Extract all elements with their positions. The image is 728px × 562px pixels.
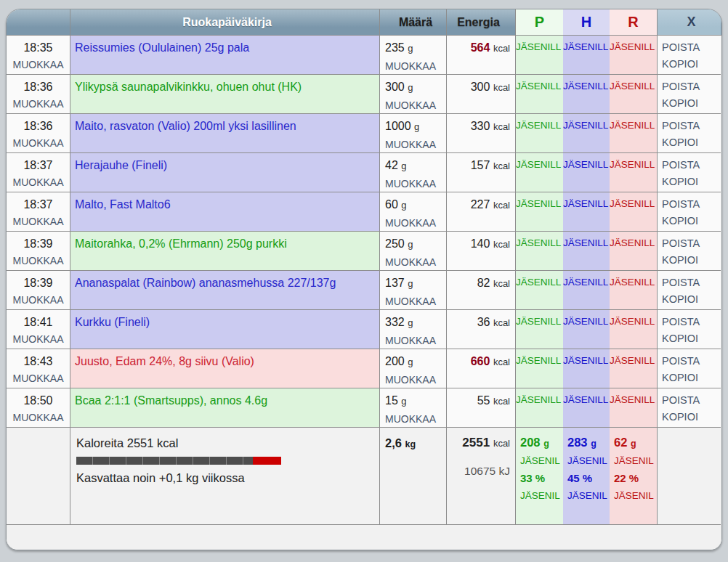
edit-amount-link[interactable]: MUOKKAA xyxy=(385,333,436,349)
carbs-members-link[interactable]: JÄSENIL xyxy=(567,453,610,469)
fat-members-link[interactable]: JÄSENILL xyxy=(610,314,657,330)
edit-time-link[interactable]: MUOKKAA xyxy=(12,96,63,112)
fat-members-link[interactable]: JÄSENIL xyxy=(614,453,657,469)
carbs-members-link[interactable]: JÄSENILL xyxy=(563,274,610,290)
carbs-members-link[interactable]: JÄSENILL xyxy=(563,39,610,55)
copy-link[interactable]: KOPIOI xyxy=(662,134,721,151)
copy-link[interactable]: KOPIOI xyxy=(662,409,721,425)
protein-members-link-2[interactable]: JÄSENIL xyxy=(520,488,563,504)
carbs-members-link[interactable]: JÄSENILL xyxy=(563,392,610,408)
edit-time-link[interactable]: MUOKKAA xyxy=(12,174,63,190)
carbs-cell: JÄSENILL xyxy=(563,310,610,349)
header-carbs-link[interactable]: H xyxy=(563,9,610,35)
carbs-members-link[interactable]: JÄSENILL xyxy=(563,78,610,94)
carbs-members-link-2[interactable]: JÄSENIL xyxy=(567,488,610,504)
copy-link[interactable]: KOPIOI xyxy=(662,252,721,269)
fat-members-link[interactable]: JÄSENILL xyxy=(610,157,657,173)
fat-members-link[interactable]: JÄSENILL xyxy=(610,118,657,134)
protein-members-link[interactable]: JÄSENILL xyxy=(516,196,563,212)
copy-link[interactable]: KOPIOI xyxy=(662,330,721,347)
fat-members-link[interactable]: JÄSENILL xyxy=(610,353,657,369)
protein-members-link[interactable]: JÄSENIL xyxy=(520,453,563,469)
delete-link[interactable]: POISTA xyxy=(662,353,721,370)
fat-cell: JÄSENILL xyxy=(610,192,657,232)
delete-link[interactable]: POISTA xyxy=(662,39,721,56)
delete-link[interactable]: POISTA xyxy=(662,196,721,213)
edit-amount-link[interactable]: MUOKKAA xyxy=(385,293,436,309)
fat-members-link-2[interactable]: JÄSENIL xyxy=(614,488,657,504)
protein-members-link[interactable]: JÄSENILL xyxy=(516,39,563,55)
delete-link[interactable]: POISTA xyxy=(662,274,721,291)
protein-members-link[interactable]: JÄSENILL xyxy=(516,78,563,94)
copy-link[interactable]: KOPIOI xyxy=(662,56,721,73)
energy-value: 564 xyxy=(471,41,490,54)
carbs-cell: JÄSENILL xyxy=(563,271,610,310)
edit-time-link[interactable]: MUOKKAA xyxy=(12,331,63,347)
edit-amount-link[interactable]: MUOKKAA xyxy=(385,58,436,74)
food-name-link[interactable]: Malto, Fast Malto6 xyxy=(75,198,171,211)
carbs-members-link[interactable]: JÄSENILL xyxy=(563,314,610,330)
food-name-link[interactable]: Kurkku (Fineli) xyxy=(75,316,150,328)
copy-link[interactable]: KOPIOI xyxy=(662,95,721,112)
edit-time-link[interactable]: MUOKKAA xyxy=(12,410,63,425)
carbs-members-link[interactable]: JÄSENILL xyxy=(563,118,610,134)
fat-members-link[interactable]: JÄSENILL xyxy=(610,39,657,55)
edit-time-link[interactable]: MUOKKAA xyxy=(12,370,63,386)
edit-amount-link[interactable]: MUOKKAA xyxy=(385,254,436,270)
protein-members-link[interactable]: JÄSENILL xyxy=(516,314,563,330)
protein-members-link[interactable]: JÄSENILL xyxy=(516,157,563,173)
food-name-link[interactable]: Juusto, Edam 24%, 8g siivu (Valio) xyxy=(75,355,254,367)
delete-link[interactable]: POISTA xyxy=(662,392,721,409)
edit-amount-link[interactable]: MUOKKAA xyxy=(385,176,436,192)
copy-link[interactable]: KOPIOI xyxy=(662,370,721,386)
delete-link[interactable]: POISTA xyxy=(662,157,721,174)
protein-members-link[interactable]: JÄSENILL xyxy=(516,118,563,134)
protein-members-link[interactable]: JÄSENILL xyxy=(516,235,563,251)
header-protein-link[interactable]: P xyxy=(515,9,563,35)
delete-link[interactable]: POISTA xyxy=(662,118,721,134)
header-fat-link[interactable]: R xyxy=(610,9,657,35)
copy-link[interactable]: KOPIOI xyxy=(662,213,721,229)
protein-members-link[interactable]: JÄSENILL xyxy=(516,353,563,369)
carbs-members-link[interactable]: JÄSENILL xyxy=(563,235,610,251)
food-name-link[interactable]: Ylikypsä saunapalvikinkku, ohuen ohut (H… xyxy=(75,81,302,93)
copy-link[interactable]: KOPIOI xyxy=(662,174,721,190)
amount-cell: 137 g MUOKKAA xyxy=(379,271,446,310)
fat-members-link[interactable]: JÄSENILL xyxy=(610,274,657,290)
edit-time-link[interactable]: MUOKKAA xyxy=(12,57,63,73)
edit-amount-link[interactable]: MUOKKAA xyxy=(385,215,436,231)
food-name-link[interactable]: Reissumies (Oululainen) 25g pala xyxy=(75,41,249,54)
edit-time-link[interactable]: MUOKKAA xyxy=(12,292,63,308)
food-name-link[interactable]: Maito, rasvaton (Valio) 200ml yksi lasil… xyxy=(75,120,296,132)
amount-cell: 60 g MUOKKAA xyxy=(379,192,446,232)
g-unit: g xyxy=(401,396,406,407)
delete-link[interactable]: POISTA xyxy=(662,314,721,330)
fat-members-link[interactable]: JÄSENILL xyxy=(610,78,657,94)
carbs-members-link[interactable]: JÄSENILL xyxy=(563,353,610,369)
food-name-link[interactable]: Herajauhe (Fineli) xyxy=(75,159,167,171)
edit-amount-link[interactable]: MUOKKAA xyxy=(385,411,436,427)
total-kj: 10675 xyxy=(464,465,496,477)
copy-link[interactable]: KOPIOI xyxy=(662,291,721,308)
fat-members-link[interactable]: JÄSENILL xyxy=(610,392,657,408)
summary-actions-cell xyxy=(657,428,721,525)
protein-members-link[interactable]: JÄSENILL xyxy=(516,274,563,290)
food-name-link[interactable]: Ananaspalat (Rainbow) ananasmehussa 227/… xyxy=(75,277,336,289)
edit-amount-link[interactable]: MUOKKAA xyxy=(385,372,436,388)
edit-amount-link[interactable]: MUOKKAA xyxy=(385,137,436,152)
protein-members-link[interactable]: JÄSENILL xyxy=(516,392,563,408)
carbs-members-link[interactable]: JÄSENILL xyxy=(563,196,610,212)
fat-members-link[interactable]: JÄSENILL xyxy=(610,235,657,251)
delete-link[interactable]: POISTA xyxy=(662,78,721,95)
fat-members-link[interactable]: JÄSENILL xyxy=(610,196,657,212)
edit-time-link[interactable]: MUOKKAA xyxy=(12,213,63,229)
entry-time: 18:36 xyxy=(7,118,70,135)
close-button[interactable]: X xyxy=(657,9,721,35)
delete-link[interactable]: POISTA xyxy=(662,235,721,252)
edit-time-link[interactable]: MUOKKAA xyxy=(12,135,63,151)
food-name-link[interactable]: Maitorahka, 0,2% (Ehrmann) 250g purkki xyxy=(75,237,287,250)
edit-amount-link[interactable]: MUOKKAA xyxy=(385,97,436,113)
edit-time-link[interactable]: MUOKKAA xyxy=(12,253,63,269)
carbs-members-link[interactable]: JÄSENILL xyxy=(563,157,610,173)
food-name-link[interactable]: Bcaa 2:1:1 (Smartsupps), annos 4.6g xyxy=(75,394,267,407)
